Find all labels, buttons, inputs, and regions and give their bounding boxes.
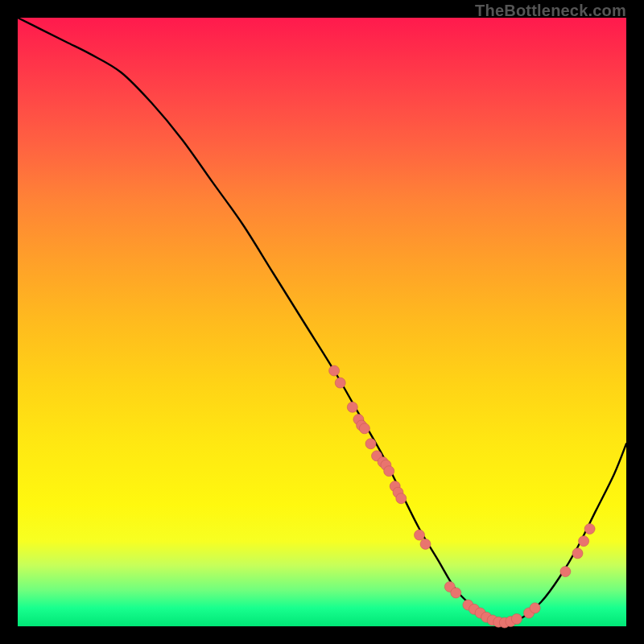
highlight-point — [347, 402, 357, 412]
highlight-point — [359, 423, 369, 434]
highlight-point — [579, 536, 589, 547]
highlight-point — [415, 530, 425, 540]
highlight-points-group — [329, 365, 595, 628]
highlight-point — [420, 539, 431, 549]
highlight-point — [511, 613, 522, 624]
chart-svg — [18, 18, 626, 626]
highlight-point — [530, 603, 540, 613]
chart-plot-area — [18, 18, 626, 626]
highlight-point — [584, 524, 595, 535]
highlight-point — [572, 548, 583, 559]
highlight-point — [384, 466, 394, 477]
highlight-point — [365, 439, 376, 449]
highlight-point — [329, 365, 340, 376]
highlight-point — [396, 493, 407, 504]
highlight-point — [451, 588, 461, 598]
highlight-point — [560, 567, 571, 577]
highlight-point — [335, 378, 345, 388]
bottleneck-curve — [18, 18, 626, 623]
watermark-label: TheBottleneck.com — [475, 2, 626, 20]
